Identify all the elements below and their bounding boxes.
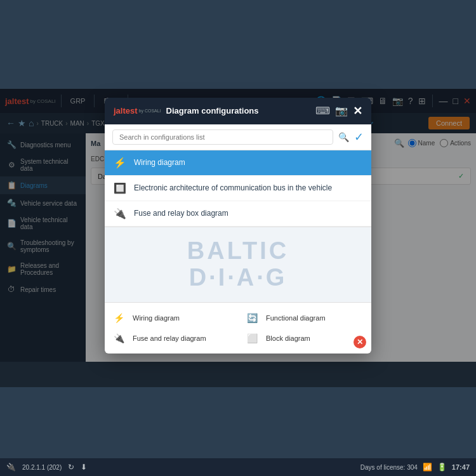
grid-item-block[interactable]: ⬜ Block diagram bbox=[238, 328, 371, 348]
modal-watermark: BALTIC D·I·A·G bbox=[105, 227, 371, 303]
modal-header: jaltest by COSALI Diagram configurations… bbox=[105, 98, 371, 124]
diagram-item-fuse-relay[interactable]: 🔌 Fuse and relay box diagram bbox=[105, 201, 371, 227]
status-right: Days of license: 304 📶 🔋 17:47 bbox=[360, 463, 470, 472]
grid-block-icon: ⬜ bbox=[247, 333, 260, 343]
download-icon: ⬇ bbox=[81, 463, 87, 472]
grid-item-functional[interactable]: 🔄 Functional diagram bbox=[238, 308, 371, 328]
diagram-grid: ⚡ Wiring diagram 🔄 Functional diagram 🔌 … bbox=[105, 303, 371, 354]
fuse-relay-icon: 🔌 bbox=[114, 208, 126, 220]
grid-fuse-icon: 🔌 bbox=[114, 333, 126, 343]
modal-close-button[interactable]: ✕ bbox=[353, 104, 362, 118]
modal-dialog: jaltest by COSALI Diagram configurations… bbox=[105, 98, 371, 354]
grid-fuse-label: Fuse and relay diagram bbox=[133, 334, 206, 342]
modal-overlay: jaltest by COSALI Diagram configurations… bbox=[0, 89, 476, 387]
electronic-arch-label: Electronic architecture of communication… bbox=[134, 183, 332, 192]
update-icon: ↻ bbox=[68, 463, 74, 472]
license-text: Days of license: 304 bbox=[360, 464, 418, 471]
grid-item-wiring[interactable]: ⚡ Wiring diagram bbox=[105, 308, 238, 328]
modal-title: Diagram configurations bbox=[166, 106, 310, 116]
grid-block-label: Block diagram bbox=[266, 334, 310, 342]
modal-check-icon[interactable]: ✓ bbox=[354, 130, 364, 144]
electronic-arch-icon: 🔲 bbox=[114, 182, 126, 194]
modal-keyboard-icon[interactable]: ⌨ bbox=[315, 105, 330, 117]
modal-search-icon[interactable]: 🔍 bbox=[338, 132, 349, 142]
modal-search-input[interactable] bbox=[112, 129, 333, 145]
grid-wiring-label: Wiring diagram bbox=[133, 314, 180, 322]
modal-header-icons: ⌨ 📷 ✕ bbox=[315, 104, 362, 118]
diagram-item-electronic-arch[interactable]: 🔲 Electronic architecture of communicati… bbox=[105, 176, 371, 201]
modal-search-bar: 🔍 ✓ bbox=[105, 124, 371, 150]
close-x-button[interactable]: ✕ bbox=[354, 336, 366, 348]
fuse-relay-label: Fuse and relay box diagram bbox=[134, 209, 228, 218]
diagram-item-wiring[interactable]: ⚡ Wiring diagram bbox=[105, 150, 371, 176]
diagram-list: ⚡ Wiring diagram 🔲 Electronic architectu… bbox=[105, 150, 371, 227]
wiring-icon: ⚡ bbox=[114, 157, 126, 169]
modal-logo-by: by COSALI bbox=[139, 109, 161, 113]
version-text: 20.2.1.1 (202) bbox=[22, 464, 62, 471]
modal-logo-text: jaltest bbox=[114, 106, 138, 116]
watermark-line1: BALTIC bbox=[187, 238, 289, 265]
clock: 17:47 bbox=[452, 463, 470, 471]
modal-camera-icon[interactable]: 📷 bbox=[335, 105, 348, 117]
battery-icon: 🔋 bbox=[437, 463, 447, 472]
status-bar: 🔌 20.2.1.1 (202) ↻ ⬇ Days of license: 30… bbox=[0, 458, 476, 476]
plug-icon: 🔌 bbox=[6, 463, 16, 472]
grid-functional-label: Functional diagram bbox=[266, 314, 326, 322]
wiring-label: Wiring diagram bbox=[134, 158, 185, 167]
watermark-text: BALTIC D·I·A·G bbox=[187, 238, 289, 291]
watermark-line2: D·I·A·G bbox=[187, 265, 289, 291]
grid-functional-icon: 🔄 bbox=[247, 313, 260, 323]
grid-item-fuse[interactable]: 🔌 Fuse and relay diagram bbox=[105, 328, 238, 348]
grid-wiring-icon: ⚡ bbox=[114, 313, 126, 323]
modal-logo: jaltest by COSALI bbox=[114, 106, 161, 116]
wifi-icon: 📶 bbox=[423, 463, 432, 472]
